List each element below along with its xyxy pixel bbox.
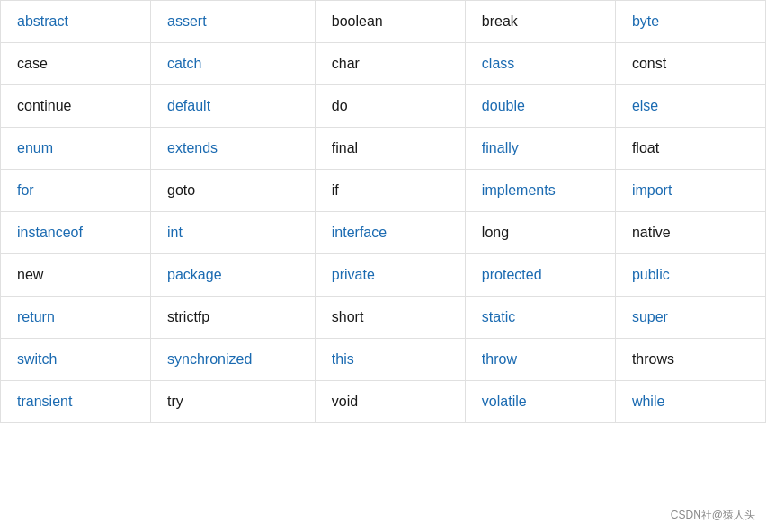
table-cell: implements (465, 170, 615, 212)
table-cell: instanceof (1, 212, 151, 254)
table-cell: catch (151, 43, 316, 85)
keyword-table: abstractassertbooleanbreakbytecasecatchc… (0, 0, 766, 423)
table-cell: short (315, 297, 465, 339)
table-row: newpackageprivateprotectedpublic (1, 254, 766, 297)
table-row: abstractassertbooleanbreakbyte (1, 1, 766, 43)
table-cell: class (465, 43, 615, 85)
table-cell: public (615, 254, 765, 297)
table-row: returnstrictfpshortstaticsuper (1, 297, 766, 339)
table-cell: this (315, 339, 465, 381)
table-cell: switch (1, 339, 151, 381)
table-cell: else (615, 85, 765, 128)
table-cell: goto (151, 170, 316, 212)
table-cell: try (151, 381, 316, 423)
table-cell: while (615, 381, 765, 423)
table-cell: case (1, 43, 151, 85)
table-cell: if (315, 170, 465, 212)
table-cell: package (151, 254, 316, 297)
table-cell: do (315, 85, 465, 128)
table-row: transienttryvoidvolatilewhile (1, 381, 766, 423)
watermark: CSDN社@猿人头 (667, 506, 759, 525)
table-cell: for (1, 170, 151, 212)
table-cell: abstract (1, 1, 151, 43)
table-row: switchsynchronizedthisthrowthrows (1, 339, 766, 381)
table-row: continuedefaultdodoubleelse (1, 85, 766, 128)
table-cell: super (615, 297, 765, 339)
table-cell: int (151, 212, 316, 254)
table-cell: double (465, 85, 615, 128)
table-cell: private (315, 254, 465, 297)
table-row: enumextendsfinalfinallyfloat (1, 128, 766, 170)
table-row: forgotoifimplementsimport (1, 170, 766, 212)
table-cell: new (1, 254, 151, 297)
table-cell: extends (151, 128, 316, 170)
table-cell: break (465, 1, 615, 43)
table-cell: throw (465, 339, 615, 381)
table-cell: continue (1, 85, 151, 128)
table-cell: float (615, 128, 765, 170)
table-cell: volatile (465, 381, 615, 423)
table-cell: assert (151, 1, 316, 43)
table-cell: native (615, 212, 765, 254)
keyword-table-container: abstractassertbooleanbreakbytecasecatchc… (0, 0, 766, 423)
table-cell: finally (465, 128, 615, 170)
table-cell: throws (615, 339, 765, 381)
table-cell: const (615, 43, 765, 85)
table-cell: static (465, 297, 615, 339)
table-cell: import (615, 170, 765, 212)
table-cell: return (1, 297, 151, 339)
table-row: casecatchcharclassconst (1, 43, 766, 85)
table-row: instanceofintinterfacelongnative (1, 212, 766, 254)
table-cell: default (151, 85, 316, 128)
table-cell: void (315, 381, 465, 423)
table-cell: interface (315, 212, 465, 254)
table-cell: final (315, 128, 465, 170)
table-cell: synchronized (151, 339, 316, 381)
table-cell: protected (465, 254, 615, 297)
table-cell: transient (1, 381, 151, 423)
table-cell: long (465, 212, 615, 254)
table-cell: enum (1, 128, 151, 170)
table-cell: boolean (315, 1, 465, 43)
table-cell: byte (615, 1, 765, 43)
table-cell: strictfp (151, 297, 316, 339)
table-cell: char (315, 43, 465, 85)
